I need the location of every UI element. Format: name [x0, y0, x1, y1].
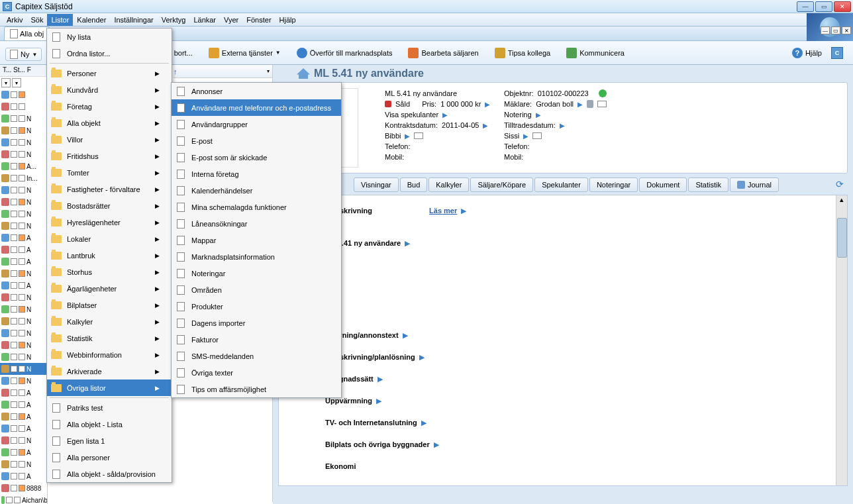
mail-icon[interactable] — [532, 132, 542, 139]
menuitem-fritidshus[interactable]: Fritidshus▶ — [47, 148, 172, 164]
menuitem-storhus[interactable]: Storhus▶ — [47, 264, 172, 280]
submenuitem-anv-ndargrupper[interactable]: Användargrupper — [172, 116, 341, 132]
menu-hjälp[interactable]: Hjälp — [276, 14, 300, 26]
left-row[interactable]: N — [0, 220, 47, 232]
menuitem--vriga-listor[interactable]: Övriga listor▶ — [47, 379, 172, 396]
contact-bibbi[interactable]: Bibbi — [385, 132, 401, 140]
menuitem-patriks-test[interactable]: Patriks test — [47, 399, 172, 416]
ny-button[interactable]: Ny ▼ — [5, 48, 42, 61]
left-row[interactable]: In... — [0, 172, 47, 184]
left-row[interactable]: N — [0, 351, 47, 363]
left-row[interactable]: A — [0, 399, 47, 411]
menu-sök[interactable]: Sök — [26, 14, 47, 26]
refresh-button[interactable]: ⟳ — [836, 179, 848, 191]
close-button[interactable]: ✕ — [834, 1, 851, 12]
dtab-bud[interactable]: Bud — [400, 177, 428, 192]
left-row[interactable]: N — [0, 363, 47, 375]
dtab-noteringar[interactable]: Noteringar — [589, 177, 638, 192]
menuitem-tomter[interactable]: Tomter▶ — [47, 164, 172, 181]
dtab-statistik[interactable]: Statistik — [688, 177, 728, 192]
menu-arkiv[interactable]: Arkiv — [3, 14, 26, 26]
left-row[interactable]: 8888 — [0, 482, 47, 494]
submenuitem-fakturor[interactable]: Fakturor — [172, 331, 341, 348]
left-row[interactable]: N — [0, 268, 47, 279]
tab-alla-objekt[interactable]: Alla obj — [4, 26, 50, 40]
submenuitem-mina-schemalagda-funktioner[interactable]: Mina schemalagda funktioner — [172, 199, 341, 215]
left-row[interactable]: A — [0, 387, 47, 399]
tipsa-button[interactable]: Tipsa kollega — [492, 46, 553, 60]
menu-länkar[interactable]: Länkar — [189, 14, 220, 26]
menuitem-kundv-rd[interactable]: Kundvård▶ — [47, 81, 172, 98]
submenuitem-e-post-som-r-skickade[interactable]: E-post som är skickade — [172, 149, 341, 166]
left-row[interactable]: Aichan\bute av objek — [0, 494, 47, 504]
submenuitem-kalenderh-ndelser[interactable]: Kalenderhändelser — [172, 182, 341, 199]
dtab-dokument[interactable]: Dokument — [639, 177, 687, 192]
left-row[interactable]: N — [0, 339, 47, 351]
externa-button[interactable]: Externa tjänster▼ — [206, 46, 283, 60]
menuitem-f-retag[interactable]: Företag▶ — [47, 98, 172, 115]
menuitem-alla-personer[interactable]: Alla personer — [47, 449, 172, 466]
submenuitem-omr-den[interactable]: Områden — [172, 281, 341, 298]
submenuitem-l-neans-kningar[interactable]: Låneansökningar — [172, 215, 341, 232]
menuitem-lokaler[interactable]: Lokaler▶ — [47, 230, 172, 247]
mdi-close-button[interactable]: ✕ — [842, 26, 851, 34]
menu-listor[interactable]: Listor — [47, 14, 73, 26]
submenuitem-sms-meddelanden[interactable]: SMS-meddelanden — [172, 348, 341, 364]
menuitem-personer[interactable]: Personer▶ — [47, 65, 172, 81]
left-row[interactable]: N — [0, 434, 47, 446]
left-row[interactable]: N — [0, 184, 47, 196]
left-row[interactable]: N — [0, 136, 47, 148]
menu-vyer[interactable]: Vyer — [220, 14, 242, 26]
mail-icon[interactable] — [414, 132, 423, 139]
menuitem-webbinformation[interactable]: Webbinformation▶ — [47, 346, 172, 363]
menuitem-egen-lista-[interactable]: Egen lista 1 — [47, 432, 172, 449]
submenuitem-mappar[interactable]: Mappar — [172, 232, 341, 248]
left-row[interactable]: A — [0, 423, 47, 434]
menuitem-alla-objekt-lista[interactable]: Alla objekt - Lista — [47, 416, 172, 432]
scrollbar[interactable]: ▴ — [836, 195, 847, 485]
left-row[interactable] — [0, 89, 47, 101]
section-tv-internet[interactable]: TV- och Internetanslutning — [325, 419, 417, 427]
left-row[interactable]: N — [0, 148, 47, 160]
mdi-restore-button[interactable]: ▭ — [831, 26, 840, 34]
menu-kalender[interactable]: Kalender — [73, 14, 110, 26]
sort-header[interactable]: ↑▾ — [174, 65, 272, 78]
section-bilplats[interactable]: Bilplats och övriga byggnader — [325, 440, 430, 448]
menuitem-alla-objekt[interactable]: Alla objekt▶ — [47, 115, 172, 131]
maximize-button[interactable]: ▭ — [815, 1, 832, 12]
menuitem-ordna-listor-[interactable]: Ordna listor... — [47, 45, 172, 62]
left-row[interactable]: N — [0, 196, 47, 208]
left-row[interactable]: N — [0, 125, 47, 136]
submenuitem-noteringar[interactable]: Noteringar — [172, 265, 341, 281]
left-row[interactable]: N — [0, 315, 47, 327]
left-row[interactable]: N — [0, 458, 47, 470]
mdi-min-button[interactable]: — — [821, 26, 830, 34]
menuitem-arkiverade[interactable]: Arkiverade▶ — [47, 363, 172, 379]
submenuitem-e-post[interactable]: E-post — [172, 132, 341, 149]
left-row[interactable]: A — [0, 244, 47, 256]
left-filter-2[interactable]: ▾ — [12, 78, 21, 87]
minimize-button[interactable]: — — [797, 1, 814, 12]
las-mer-link[interactable]: Läs mer — [429, 207, 457, 215]
menuitem-fastigheter-f-rvaltare[interactable]: Fastigheter - förvaltare▶ — [47, 181, 172, 197]
contact-sissi[interactable]: Sissi — [504, 132, 519, 140]
left-row[interactable]: N — [0, 375, 47, 387]
dtab-journal[interactable]: Journal — [730, 177, 779, 192]
left-row[interactable]: N — [0, 291, 47, 303]
left-row[interactable]: N — [0, 113, 47, 125]
menu-verktyg[interactable]: Verktyg — [158, 14, 190, 26]
dtab-spekulanter[interactable]: Spekulanter — [534, 177, 588, 192]
submenuitem-anv-ndare-med-telefonnr-och-e-postadress[interactable]: Användare med telefonnr och e-postadress — [172, 99, 341, 116]
dtab-s-ljare-k-pare[interactable]: Säljare/Köpare — [470, 177, 533, 192]
notering-link[interactable]: Notering — [504, 111, 532, 119]
visa-spekulanter-link[interactable]: Visa spekulanter — [385, 111, 438, 119]
left-row[interactable]: N — [0, 303, 47, 315]
left-row[interactable]: N — [0, 327, 47, 339]
help-button[interactable]: ?Hjälp — [789, 46, 825, 60]
submenuitem-marknadsplatsinformation[interactable]: Marknadsplatsinformation — [172, 248, 341, 265]
left-row[interactable]: A... — [0, 160, 47, 172]
mail-icon[interactable] — [597, 101, 607, 107]
submenuitem--vriga-texter[interactable]: Övriga texter — [172, 364, 341, 381]
submenuitem-interna-f-retag[interactable]: Interna företag — [172, 166, 341, 182]
menuitem-alla-objekt-s-lda-provision[interactable]: Alla objekt - sålda/provision — [47, 466, 172, 482]
